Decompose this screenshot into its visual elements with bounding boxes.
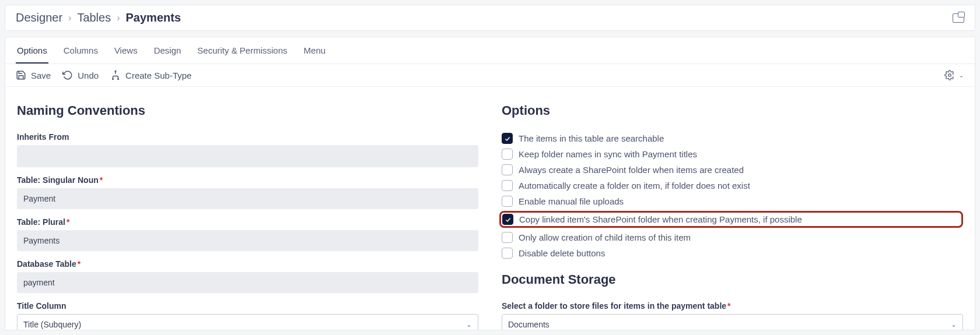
checkbox-empty-icon (502, 248, 513, 259)
inherits-label: Inherits From (17, 132, 478, 142)
title-col-value: Title (Subquery) (23, 320, 81, 329)
field-inherits: Inherits From (17, 132, 478, 167)
option-label: Only allow creation of child items of th… (519, 232, 691, 242)
save-label: Save (31, 70, 51, 80)
options-list: The items in this table are searchable K… (502, 132, 963, 259)
option-label: Automatically create a folder on item, i… (519, 181, 750, 191)
tab-row: Options Columns Views Design Security & … (5, 37, 975, 64)
option-disable-delete[interactable]: Disable delete buttons (502, 247, 963, 259)
option-copy-linked-highlight: Copy linked item's SharePoint folder whe… (499, 211, 963, 228)
checkbox-empty-icon (502, 149, 513, 160)
option-sync-folders[interactable]: Keep folder names in sync with Payment t… (502, 148, 963, 160)
plural-label: Table: Plural* (17, 217, 478, 227)
tab-menu[interactable]: Menu (303, 37, 327, 64)
field-title-column: Title Column Title (Subquery) ⌄ (17, 301, 478, 330)
chevron-right-icon: › (68, 13, 71, 23)
breadcrumb-bar: Designer › Tables › Payments (5, 5, 975, 31)
checkbox-empty-icon (502, 232, 513, 243)
chevron-down-icon: ⌄ (466, 320, 472, 329)
field-db: Database Table* payment (17, 259, 478, 293)
singular-input[interactable]: Payment (17, 188, 478, 209)
tab-options[interactable]: Options (16, 37, 48, 64)
title-col-select[interactable]: Title (Subquery) ⌄ (17, 314, 478, 330)
checkbox-empty-icon (502, 180, 513, 191)
save-button[interactable]: Save (16, 70, 51, 80)
tab-security[interactable]: Security & Permissions (196, 37, 288, 64)
right-column: Options The items in this table are sear… (502, 103, 963, 330)
branch-icon (110, 70, 121, 80)
undo-icon (62, 70, 73, 80)
window-layout-icon[interactable] (953, 13, 964, 23)
checkbox-checked-icon (502, 214, 513, 225)
naming-heading: Naming Conventions (17, 103, 478, 118)
svg-point-2 (118, 79, 119, 80)
db-input[interactable]: payment (17, 272, 478, 293)
undo-label: Undo (78, 70, 99, 80)
field-singular: Table: Singular Noun* Payment (17, 175, 478, 209)
inherits-input[interactable] (17, 145, 478, 167)
breadcrumb-current: Payments (126, 11, 181, 24)
option-auto-create-folder[interactable]: Automatically create a folder on item, i… (502, 179, 963, 192)
main-panel: Options Columns Views Design Security & … (5, 37, 975, 330)
option-manual-uploads[interactable]: Enable manual file uploads (502, 195, 963, 207)
option-label: Keep folder names in sync with Payment t… (519, 149, 697, 159)
settings-dropdown[interactable]: ⌄ (944, 70, 964, 80)
option-label: Always create a SharePoint folder when i… (519, 165, 744, 175)
doc-storage-heading: Document Storage (502, 272, 963, 287)
option-copy-linked[interactable]: Copy linked item's SharePoint folder whe… (502, 214, 802, 225)
toolbar: Save Undo Create Sub-Type ⌄ (5, 64, 975, 87)
checkbox-checked-icon (502, 133, 513, 144)
option-child-only[interactable]: Only allow creation of child items of th… (502, 231, 963, 244)
option-searchable[interactable]: The items in this table are searchable (502, 132, 963, 144)
doc-folder-label: Select a folder to store files for items… (502, 301, 963, 311)
field-doc-folder: Select a folder to store files for items… (502, 301, 963, 330)
svg-point-0 (115, 71, 116, 72)
content-scroll[interactable]: Naming Conventions Inherits From Table: … (5, 87, 975, 330)
breadcrumb: Designer › Tables › Payments (16, 11, 181, 24)
checkbox-empty-icon (502, 196, 513, 207)
db-label: Database Table* (17, 259, 478, 269)
plural-input[interactable]: Payments (17, 230, 478, 251)
option-always-create-folder[interactable]: Always create a SharePoint folder when i… (502, 164, 963, 176)
option-label: Enable manual file uploads (519, 196, 624, 206)
chevron-down-icon: ⌄ (951, 320, 957, 329)
doc-folder-select[interactable]: Documents ⌄ (502, 314, 963, 330)
undo-button[interactable]: Undo (62, 70, 99, 80)
gear-icon (944, 70, 955, 80)
tab-views[interactable]: Views (113, 37, 139, 64)
tab-design[interactable]: Design (153, 37, 183, 64)
create-subtype-label: Create Sub-Type (125, 70, 191, 80)
singular-label: Table: Singular Noun* (17, 175, 478, 185)
svg-point-3 (949, 74, 951, 77)
chevron-down-icon: ⌄ (958, 71, 964, 79)
svg-point-1 (113, 79, 114, 80)
save-icon (16, 70, 26, 80)
option-label: Disable delete buttons (519, 248, 605, 258)
chevron-right-icon: › (117, 13, 120, 23)
breadcrumb-mid[interactable]: Tables (77, 11, 111, 24)
left-column: Naming Conventions Inherits From Table: … (17, 103, 478, 330)
option-label: Copy linked item's SharePoint folder whe… (519, 214, 802, 224)
tab-columns[interactable]: Columns (62, 37, 99, 64)
breadcrumb-root[interactable]: Designer (16, 11, 62, 24)
options-heading: Options (502, 103, 963, 118)
title-col-label: Title Column (17, 301, 478, 311)
field-plural: Table: Plural* Payments (17, 217, 478, 251)
option-label: The items in this table are searchable (519, 133, 664, 143)
checkbox-empty-icon (502, 164, 513, 175)
doc-folder-value: Documents (508, 320, 550, 329)
create-subtype-button[interactable]: Create Sub-Type (110, 70, 191, 80)
